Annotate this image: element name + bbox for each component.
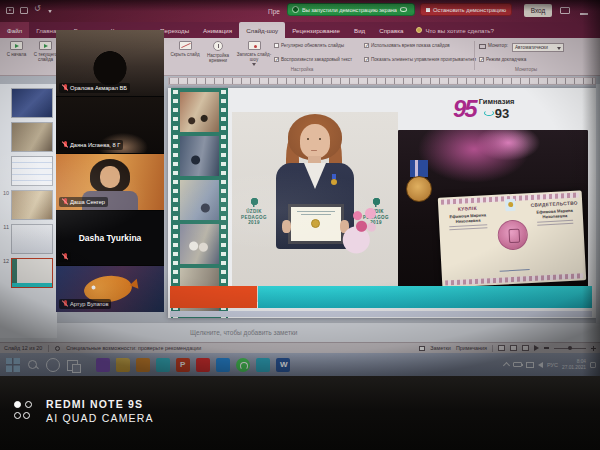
comments-button[interactable]: Примечания	[456, 345, 487, 351]
presenter-view-checkbox[interactable]: Режим докладчика	[479, 57, 526, 62]
text-line	[537, 223, 573, 226]
stop-share-button[interactable]: Остановить демонстрацию	[420, 3, 512, 16]
powerpoint-icon[interactable]	[176, 358, 190, 372]
checkbox-label: Режим докладчика	[486, 57, 526, 62]
tab-help[interactable]: Справка	[372, 22, 410, 38]
rehearse-timings-button[interactable]: Настройка времени	[202, 40, 234, 70]
store-icon[interactable]	[136, 358, 150, 372]
slide-thumbnail[interactable]	[11, 224, 53, 254]
app-icon-blue[interactable]	[216, 358, 230, 372]
from-beginning-button[interactable]: С начала	[2, 40, 31, 70]
slide-thumbnail[interactable]	[11, 88, 53, 118]
eye-icon[interactable]	[400, 7, 407, 12]
normal-view-icon[interactable]	[498, 345, 505, 351]
notes-pane[interactable]: Щелкните, чтобы добавить заметки	[0, 322, 600, 342]
record-slideshow-button[interactable]: Записать слайд-шоу	[236, 40, 272, 70]
word-icon[interactable]	[276, 358, 290, 372]
checkbox[interactable]	[364, 43, 369, 48]
slide-thumbnail[interactable]	[11, 122, 53, 152]
action-center-icon[interactable]	[590, 362, 596, 368]
language-indicator[interactable]: РУС	[547, 362, 558, 368]
monitor-selector[interactable]: Монитор: Автоматически	[479, 43, 564, 52]
minimize-button[interactable]	[580, 13, 588, 15]
slideshow-view-icon[interactable]	[534, 345, 539, 351]
tab-file[interactable]: Файл	[0, 22, 29, 38]
participant-tile[interactable]: Оралова Акмарал ВБ	[56, 30, 164, 96]
cortana-icon[interactable]	[46, 358, 60, 372]
status-bar-right: Заметки Примечания	[419, 345, 596, 352]
participant-tile[interactable]: Даша Сенгер	[56, 154, 164, 210]
horizontal-ruler	[168, 77, 596, 85]
app-icon-red[interactable]	[196, 358, 210, 372]
gymnasium-logo[interactable]: 95 Гимназия 93	[453, 92, 539, 126]
app-icon-cyan[interactable]	[256, 358, 270, 372]
framed-certificate	[288, 204, 344, 244]
hide-slide-button[interactable]: Скрыть слайд	[170, 40, 200, 70]
teacher-photo[interactable]: ÚZDIK PEDAGOG 2019 ÚZDIK PEDAGOG 2019	[232, 112, 398, 302]
play-narrations-checkbox[interactable]: Воспроизвести закадровый текст	[274, 57, 352, 62]
checkbox[interactable]	[274, 43, 279, 48]
tray-expand-icon[interactable]	[503, 362, 510, 369]
video-conference-strip: Оралова Акмарал ВБ Даяна Исгаева, 8 Г Да…	[56, 30, 164, 312]
zoom-in-button[interactable]	[591, 346, 596, 351]
display-icon[interactable]	[526, 362, 534, 368]
start-slideshow-icon[interactable]	[6, 7, 14, 14]
tab-review[interactable]: Рецензирование	[285, 22, 347, 38]
participant-tile[interactable]: Даяна Исгаева, 8 Г	[56, 97, 164, 153]
start-button[interactable]	[6, 358, 20, 372]
accessibility-checker[interactable]: Специальные возможности: проверьте реком…	[66, 345, 201, 351]
slide-thumbnail[interactable]	[11, 156, 53, 186]
checkbox[interactable]	[364, 57, 369, 62]
battery-icon[interactable]	[513, 362, 522, 367]
eye	[307, 138, 309, 140]
app-icon-teal[interactable]	[156, 358, 170, 372]
gymnasium-name: Гимназия	[479, 98, 515, 106]
monitor-dropdown[interactable]: Автоматически	[512, 43, 564, 52]
tab-slideshow[interactable]: Слайд-шоу	[239, 22, 285, 38]
checkbox[interactable]	[479, 57, 484, 62]
use-timings-checkbox[interactable]: Использовать время показа слайдов	[364, 43, 450, 48]
participant-video	[100, 166, 120, 188]
app-icon-purple[interactable]	[96, 358, 110, 372]
vertical-scrollbar[interactable]	[596, 84, 600, 324]
eye	[319, 138, 321, 140]
notes-button[interactable]: Заметки	[430, 345, 451, 351]
search-icon[interactable]	[26, 358, 40, 372]
tell-me-search[interactable]: Что вы хотите сделать?	[416, 22, 493, 38]
show-media-controls-checkbox[interactable]: Показать элементы управления проигрывате…	[364, 57, 476, 62]
tab-view[interactable]: Вид	[347, 22, 372, 38]
undo-icon[interactable]	[34, 6, 42, 14]
participant-label: Даяна Исгаева, 8 Г	[59, 140, 123, 150]
award-certificate-photo[interactable]: КУӘЛІК Ефимова Марина Николаевна СВИДЕТЕ…	[398, 130, 588, 290]
participant-tile[interactable]: Артур Булатов	[56, 266, 164, 312]
monitor-play-icon	[10, 41, 23, 50]
reading-view-icon[interactable]	[522, 345, 529, 351]
participant-name: Артур Булатов	[70, 301, 108, 307]
slide-canvas[interactable]: ÚZDIK PEDAGOG 2019 ÚZDIK PEDAGOG 2019	[168, 88, 596, 318]
task-view-icon[interactable]	[66, 358, 80, 372]
checkbox[interactable]	[274, 57, 279, 62]
teal-accent-bar[interactable]	[258, 286, 592, 308]
tab-animations[interactable]: Анимация	[196, 22, 239, 38]
zoom-slider[interactable]	[554, 348, 586, 349]
zoom-out-button[interactable]	[544, 347, 549, 348]
zoom-slider-handle[interactable]	[568, 346, 572, 350]
keep-slides-updated-checkbox[interactable]: Регулярно обновлять слайды	[274, 43, 344, 48]
clock[interactable]: 8:04 27.01.2021	[562, 359, 586, 370]
whatsapp-icon[interactable]	[236, 358, 250, 372]
customize-toolbar-icon[interactable]	[48, 10, 52, 13]
participant-tile[interactable]: Dasha Tyurkina	[56, 211, 164, 265]
file-explorer-icon[interactable]	[116, 358, 130, 372]
slide-thumbnail-selected[interactable]	[11, 258, 53, 288]
speaker-icon[interactable]	[538, 362, 543, 368]
clock-icon	[213, 41, 223, 51]
signin-button[interactable]: Вход	[524, 4, 552, 17]
save-icon[interactable]	[20, 7, 28, 14]
slide-sorter-icon[interactable]	[510, 345, 517, 351]
share-toggle-icon[interactable]	[292, 6, 299, 13]
muted-mic-icon	[62, 300, 68, 308]
ribbon-display-options-icon[interactable]	[560, 7, 570, 14]
orange-accent-block[interactable]	[170, 286, 257, 308]
film-strip-graphic[interactable]	[171, 88, 228, 318]
slide-thumbnail[interactable]	[11, 190, 53, 220]
